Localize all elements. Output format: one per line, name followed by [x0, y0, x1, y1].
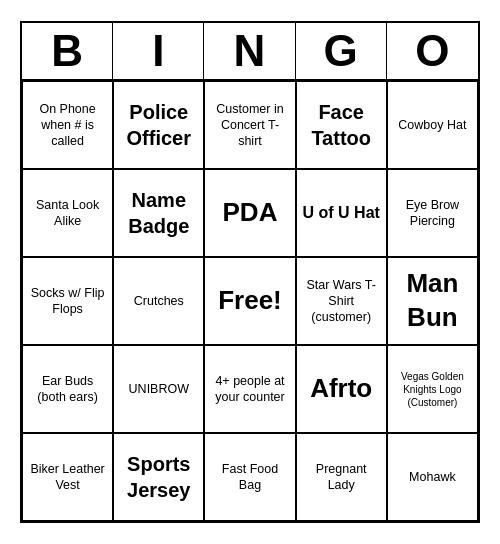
bingo-cell: Police Officer [113, 81, 204, 169]
bingo-cell: Fast Food Bag [204, 433, 295, 521]
bingo-cell: Santa Look Alike [22, 169, 113, 257]
bingo-cell: Customer in Concert T-shirt [204, 81, 295, 169]
bingo-cell: On Phone when # is called [22, 81, 113, 169]
bingo-cell: Mohawk [387, 433, 478, 521]
bingo-grid: On Phone when # is calledPolice OfficerC… [22, 81, 478, 521]
bingo-cell: Eye Brow Piercing [387, 169, 478, 257]
bingo-cell: Vegas Golden Knights Logo (Customer) [387, 345, 478, 433]
header-letter: G [296, 23, 387, 79]
bingo-cell: Pregnant Lady [296, 433, 387, 521]
bingo-cell: UNIBROW [113, 345, 204, 433]
bingo-card: BINGO On Phone when # is calledPolice Of… [20, 21, 480, 523]
bingo-cell: Star Wars T-Shirt (customer) [296, 257, 387, 345]
bingo-cell: Man Bun [387, 257, 478, 345]
bingo-cell: PDA [204, 169, 295, 257]
bingo-cell: Free! [204, 257, 295, 345]
bingo-cell: Name Badge [113, 169, 204, 257]
bingo-cell: Ear Buds (both ears) [22, 345, 113, 433]
bingo-cell: Sports Jersey [113, 433, 204, 521]
bingo-cell: Afrto [296, 345, 387, 433]
bingo-cell: U of U Hat [296, 169, 387, 257]
bingo-cell: Biker Leather Vest [22, 433, 113, 521]
bingo-cell: Cowboy Hat [387, 81, 478, 169]
header-letter: B [22, 23, 113, 79]
header-letter: I [113, 23, 204, 79]
bingo-cell: Face Tattoo [296, 81, 387, 169]
header-letter: N [204, 23, 295, 79]
header-letter: O [387, 23, 478, 79]
bingo-cell: Crutches [113, 257, 204, 345]
bingo-cell: 4+ people at your counter [204, 345, 295, 433]
bingo-header: BINGO [22, 23, 478, 81]
bingo-cell: Socks w/ Flip Flops [22, 257, 113, 345]
